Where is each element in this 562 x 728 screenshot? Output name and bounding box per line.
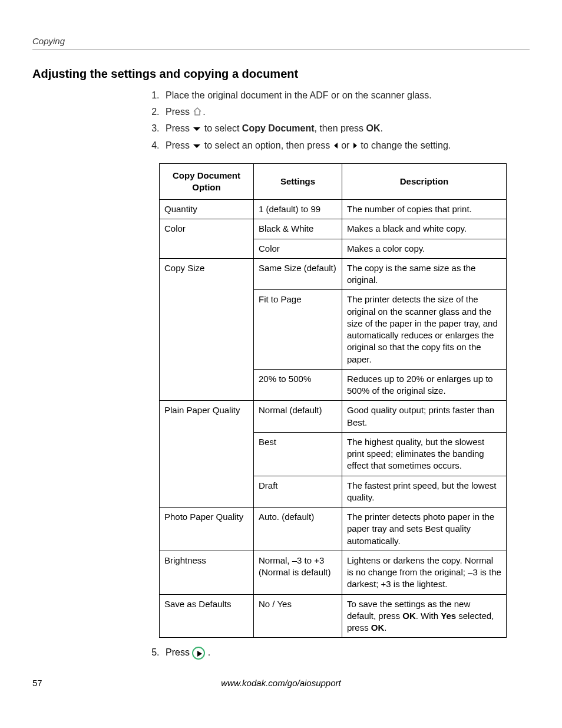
cell-option-empty [160, 369, 254, 401]
cell-desc: Makes a color copy. [342, 239, 507, 258]
page-number: 57 [32, 677, 42, 689]
cell-desc: Good quality output; prints faster than … [342, 401, 507, 433]
cell-setting: 20% to 500% [254, 369, 342, 401]
step-5-text-b: . [205, 647, 210, 657]
cell-setting: Fit to Page [254, 290, 342, 370]
step-4-text-c: or [339, 140, 352, 150]
cell-setting: No / Yes [254, 594, 342, 638]
table-header-row: Copy Document Option Settings Descriptio… [160, 163, 507, 200]
footer-url: www.kodak.com/go/aiosupport [221, 678, 340, 688]
cell-option-empty [160, 432, 254, 476]
cell-option: Photo Paper Quality [160, 508, 254, 551]
col-header-settings: Settings [254, 163, 342, 200]
cell-desc: Makes a black and white copy. [342, 219, 507, 239]
col-header-description: Description [342, 163, 507, 200]
step-5-text-a: Press [166, 647, 192, 657]
step-3-text-f: . [381, 123, 383, 133]
cell-option-empty [160, 239, 254, 258]
cell-desc: The copy is the same size as the origina… [342, 258, 507, 290]
table-row: Fit to Page The printer detects the size… [160, 290, 507, 370]
table-row: Color Makes a color copy. [160, 239, 507, 258]
step-3: Press to select Copy Document, then pres… [162, 122, 530, 136]
table-row: Color Black & White Makes a black and wh… [160, 219, 507, 239]
table-row: Photo Paper Quality Auto. (default) The … [160, 508, 507, 551]
cell-option: Quantity [160, 200, 254, 219]
step-4-text-b: to select an option, then press [201, 140, 332, 150]
home-icon [193, 106, 202, 119]
cell-setting: Best [254, 432, 342, 476]
step-2: Press . [162, 106, 530, 119]
table-row: Draft The fastest print speed, but the l… [160, 476, 507, 508]
desc-bold-ok: OK [402, 611, 416, 621]
cell-option-empty [160, 476, 254, 508]
cell-setting: Black & White [254, 219, 342, 239]
cell-setting: Auto. (default) [254, 508, 342, 551]
header-divider [32, 49, 530, 50]
step-1: Place the original document in the ADF o… [162, 89, 530, 102]
right-arrow-icon [353, 140, 358, 153]
play-start-icon [192, 647, 205, 660]
table-row: Best The highest quality, but the slowes… [160, 432, 507, 476]
cell-option: Save as Defaults [160, 594, 254, 638]
cell-desc: Reduces up to 20% or enlarges up to 500%… [342, 369, 507, 401]
desc-bold-yes: Yes [441, 611, 456, 621]
cell-desc: To save the settings as the new default,… [342, 594, 507, 638]
step-4: Press to select an option, then press or… [162, 139, 530, 153]
cell-desc: The number of copies that print. [342, 200, 507, 219]
step-3-bold-ok: OK [366, 123, 381, 133]
step-3-bold-copy-document: Copy Document [242, 123, 315, 133]
table-row: Copy Size Same Size (default) The copy i… [160, 258, 507, 290]
cell-setting: Draft [254, 476, 342, 508]
cell-setting: 1 (default) to 99 [254, 200, 342, 219]
page-footer: 57 www.kodak.com/go/aiosupport [32, 677, 530, 689]
down-arrow-icon [193, 140, 201, 153]
cell-setting: Color [254, 239, 342, 258]
down-arrow-icon [193, 123, 201, 136]
table-row: Save as Defaults No / Yes To save the se… [160, 594, 507, 638]
step-3-text-a: Press [166, 123, 192, 133]
cell-setting: Normal (default) [254, 401, 342, 433]
page-title: Adjusting the settings and copying a doc… [32, 66, 530, 82]
desc-text: . [384, 622, 386, 633]
step-2-text-b: . [203, 107, 205, 117]
step-4-text-a: Press [166, 140, 192, 150]
table-row: Brightness Normal, –3 to +3 (Normal is d… [160, 551, 507, 594]
cell-option: Copy Size [160, 258, 254, 290]
cell-desc: The printer detects photo paper in the p… [342, 508, 507, 551]
table-row: 20% to 500% Reduces up to 20% or enlarge… [160, 369, 507, 401]
cell-setting: Same Size (default) [254, 258, 342, 290]
step-2-text-a: Press [166, 107, 192, 117]
cell-desc: The highest quality, but the slowest pri… [342, 432, 507, 476]
cell-option: Plain Paper Quality [160, 401, 254, 433]
step-5: Press . [162, 646, 530, 660]
desc-bold-ok: OK [371, 622, 385, 633]
cell-option: Color [160, 219, 254, 239]
cell-option-empty [160, 290, 254, 370]
cell-desc: The printer detects the size of the orig… [342, 290, 507, 370]
step-3-text-b: to select [201, 123, 242, 133]
col-header-option: Copy Document Option [160, 163, 254, 200]
step-3-text-d: , then press [315, 123, 366, 133]
step-4-text-d: to change the setting. [358, 140, 451, 150]
left-arrow-icon [333, 140, 338, 153]
instruction-list: Place the original document in the ADF o… [32, 89, 530, 152]
header-section-label: Copying [32, 35, 530, 47]
cell-setting: Normal, –3 to +3 (Normal is default) [254, 551, 342, 594]
cell-option: Brightness [160, 551, 254, 594]
table-row: Quantity 1 (default) to 99 The number of… [160, 200, 507, 219]
cell-desc: The fastest print speed, but the lowest … [342, 476, 507, 508]
instruction-list-continued: Press . [32, 646, 530, 660]
footer-row: 57 www.kodak.com/go/aiosupport [32, 677, 530, 689]
table-row: Plain Paper Quality Normal (default) Goo… [160, 401, 507, 433]
cell-desc: Lightens or darkens the copy. Normal is … [342, 551, 507, 594]
copy-document-options-table: Copy Document Option Settings Descriptio… [159, 163, 507, 638]
desc-text: . With [416, 611, 441, 621]
